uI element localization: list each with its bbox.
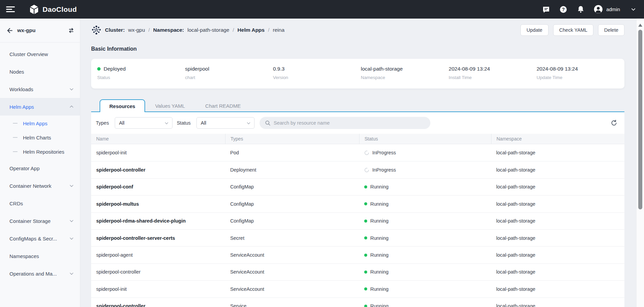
- sidebar-item-operator-app[interactable]: Operator App: [0, 159, 80, 177]
- info-field-status: DeployedStatus: [97, 66, 185, 88]
- sidebar-item-operations-and-ma[interactable]: Operations and Ma...: [0, 265, 80, 282]
- info-field-label: Status: [97, 75, 182, 80]
- sidebar-item-helm-charts[interactable]: Helm Charts: [0, 130, 80, 145]
- table-row: spiderpool-controllerServiceAccountRunni…: [91, 263, 624, 280]
- delete-button[interactable]: Delete: [598, 24, 624, 36]
- scrollbar-up-arrow[interactable]: [638, 24, 642, 27]
- svg-text:?: ?: [562, 7, 565, 12]
- cell-type: ConfigMap: [225, 196, 359, 212]
- status-running-icon: [364, 220, 367, 223]
- info-field-install-time: 2024-08-09 13:24Install Time: [449, 66, 536, 88]
- info-field-label: Namespace: [361, 75, 445, 80]
- cell-namespace: local-path-storage: [491, 213, 624, 229]
- hamburger-menu-icon[interactable]: [6, 6, 15, 12]
- sidebar-item-label: Helm Apps: [23, 121, 48, 126]
- sidebar-item-helm-apps[interactable]: Helm Apps: [0, 98, 80, 116]
- cell-type: Deployment: [225, 161, 359, 178]
- resources-panel: Types All Status All: [91, 112, 624, 307]
- sidebar-item-helm-apps[interactable]: Helm Apps: [0, 116, 80, 130]
- chevron-down-icon[interactable]: [629, 5, 637, 14]
- sidebar-item-label: Workloads: [9, 86, 33, 92]
- sidebar-item-namespaces[interactable]: Namespaces: [0, 247, 80, 265]
- cell-status: Running: [359, 213, 491, 229]
- notification-bell-icon[interactable]: [576, 5, 585, 14]
- sidebar-item-crds[interactable]: CRDs: [0, 195, 80, 212]
- cell-name: spiderpool-init: [91, 144, 225, 161]
- status-label: Running: [370, 252, 388, 258]
- cell-namespace: local-path-storage: [491, 179, 624, 195]
- sidebar-item-container-network[interactable]: Container Network: [0, 177, 80, 195]
- search-input[interactable]: [274, 120, 426, 126]
- brand-logo[interactable]: DaoCloud: [29, 4, 77, 15]
- user-menu[interactable]: admin: [594, 5, 620, 14]
- check-yaml-button[interactable]: Check YAML: [553, 24, 593, 36]
- cell-name[interactable]: spiderpool-conf: [91, 179, 225, 195]
- status-inprogress-icon: [364, 168, 369, 173]
- status-running-icon: [364, 254, 367, 257]
- chevron-down-icon: [69, 183, 74, 188]
- cell-type: Service: [225, 298, 359, 307]
- update-button[interactable]: Update: [520, 24, 548, 36]
- sidebar-item-helm-repositories[interactable]: Helm Repositories: [0, 145, 80, 159]
- scrollbar-thumb[interactable]: [638, 30, 642, 209]
- cluster-dots-icon: [91, 25, 102, 35]
- status-inprogress-icon: [364, 150, 369, 155]
- switch-cluster-icon[interactable]: [68, 27, 75, 34]
- cell-status: Running: [359, 298, 491, 307]
- status-label: Running: [370, 235, 388, 241]
- cell-status: Running: [359, 247, 491, 263]
- back-arrow-icon[interactable]: [6, 27, 13, 34]
- tab-chart-readme[interactable]: Chart README: [195, 99, 251, 112]
- tab-label: Resources: [109, 103, 135, 109]
- cell-status: Running: [359, 281, 491, 297]
- help-icon[interactable]: ?: [559, 5, 567, 14]
- refresh-button[interactable]: [608, 117, 620, 129]
- status-running-icon: [364, 305, 367, 307]
- sidebar-item-label: Nodes: [9, 69, 24, 75]
- breadcrumb-namespace-value[interactable]: local-path-storage: [187, 27, 229, 33]
- column-header-name: Name: [91, 134, 225, 144]
- status-filter-select[interactable]: All: [196, 117, 254, 129]
- cell-name[interactable]: spiderpool-controller: [91, 161, 225, 178]
- cell-name[interactable]: spiderpool-controller-server-certs: [91, 230, 225, 246]
- info-field-value: 2024-08-09 13:24: [537, 66, 578, 72]
- breadcrumb-cluster-value[interactable]: wx-gpu: [128, 27, 145, 33]
- info-field-label: chart: [185, 75, 269, 80]
- status-label: InProgress: [372, 167, 396, 173]
- sidebar-item-configmaps-secr[interactable]: ConfigMaps & Secr...: [0, 230, 80, 247]
- column-header-status: Status: [359, 134, 491, 144]
- breadcrumb-cluster-label: Cluster:: [105, 27, 125, 33]
- status-label: Running: [370, 269, 388, 275]
- table-row: spiderpool-controllerServiceRunninglocal…: [91, 298, 624, 307]
- sidebar-item-label: Helm Repositories: [23, 149, 64, 155]
- info-field-chart: spiderpoolchart: [185, 66, 273, 88]
- status-running-icon: [364, 202, 367, 205]
- types-filter-select[interactable]: All: [115, 117, 172, 129]
- status-running-icon: [364, 271, 367, 274]
- breadcrumb-current: reina: [273, 27, 284, 33]
- topbar: DaoCloud ? admin: [0, 0, 644, 19]
- status-running-icon: [364, 287, 367, 290]
- sidebar-item-label: Helm Charts: [23, 135, 51, 140]
- page-scrollbar: [636, 19, 644, 307]
- sidebar-item-label: CRDs: [9, 201, 23, 206]
- table-row: spiderpool-controller-server-certsSecret…: [91, 229, 624, 246]
- sidebar-header: wx-gpu: [0, 19, 80, 43]
- column-header-namespace: Namespace: [491, 134, 624, 144]
- cell-type: Secret: [225, 230, 359, 246]
- sidebar-item-label: Namespaces: [9, 253, 39, 259]
- breadcrumb-helm-apps-link[interactable]: Helm Apps: [238, 27, 265, 33]
- tab-resources[interactable]: Resources: [100, 99, 145, 112]
- sidebar-item-workloads[interactable]: Workloads: [0, 80, 80, 98]
- sidebar-item-container-storage[interactable]: Container Storage: [0, 212, 80, 230]
- sidebar-item-nodes[interactable]: Nodes: [0, 63, 80, 80]
- message-icon[interactable]: [542, 5, 550, 14]
- tab-values-yaml[interactable]: Values YAML: [145, 99, 195, 112]
- info-field-value: spiderpool: [185, 66, 209, 72]
- table-row: spiderpool-multusConfigMapRunninglocal-p…: [91, 195, 624, 212]
- cell-namespace: local-path-storage: [491, 264, 624, 280]
- cell-name[interactable]: spiderpool-rdma-shared-device-plugin: [91, 213, 225, 229]
- cell-name[interactable]: spiderpool-controller: [91, 298, 225, 307]
- sidebar-item-cluster-overview[interactable]: Cluster Overview: [0, 45, 80, 63]
- cell-name[interactable]: spiderpool-multus: [91, 196, 225, 212]
